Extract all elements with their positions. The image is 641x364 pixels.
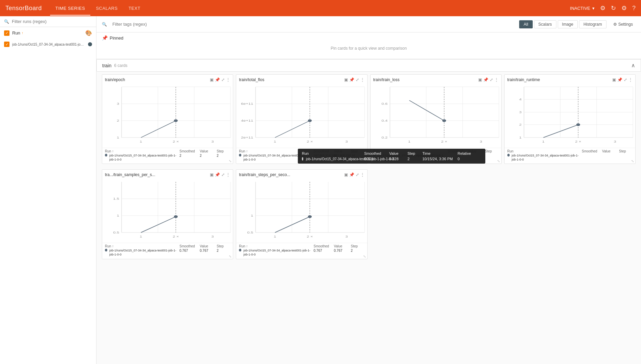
expand-icon[interactable]: ⤢ [221,172,225,177]
card-train-runtime: train/train_runtime ▣ 📌 ⤢ ⋮ [504,74,636,164]
palette-icon[interactable]: 🎨 [85,30,92,36]
filter-tags-input[interactable] [111,20,515,28]
filter-tab-histogram[interactable]: Histogram [579,20,606,28]
run-checkbox-run[interactable]: ✓ [4,30,9,36]
tooltip-row: job-1/runs/Oct15_07-34-34_alpaca-test001… [302,157,481,161]
chart-area-epoch: 1 2 3 1 2 × 3 [102,83,233,148]
card-header-runtime: train/train_runtime ▣ 📌 ⤢ ⋮ [505,75,635,83]
svg-text:1: 1 [251,214,253,217]
bottom-cards-grid: tra.../train_samples_per_s... ▣ 📌 ⤢ ⋮ [96,169,641,264]
settings-button[interactable]: ⚙ Settings [611,21,636,28]
search-icon: 🔍 [4,19,9,24]
expand-icon[interactable]: ⤢ [356,172,359,177]
resize-handle-runtime[interactable]: ⤡ [631,159,634,163]
chart-area-loss: 0.2 0.4 0.6 1 2 × 3 [371,83,501,148]
pin-card-icon[interactable]: 📌 [483,77,488,82]
card-icons-loss: ▣ 📌 ⤢ ⋮ [478,77,499,82]
image-icon[interactable]: ▣ [344,77,348,82]
card-icons-runtime: ▣ 📌 ⤢ ⋮ [612,77,633,82]
filter-tabs: All Scalars Image Histogram [519,20,606,28]
pin-card-icon[interactable]: 📌 [215,77,220,82]
expand-icon[interactable]: ⤢ [490,77,493,82]
expand-icon[interactable]: ⤢ [624,77,627,82]
svg-text:1: 1 [408,140,410,143]
svg-text:3: 3 [212,140,214,143]
filter-bar: 🔍 All Scalars Image Histogram ⚙ Settings [96,16,641,32]
card-header-flos: train/total_flos ▣ 📌 ⤢ ⋮ [236,75,367,83]
sidebar-search-input[interactable] [12,19,92,24]
svg-text:1: 1 [117,136,119,139]
card-icons-flos: ▣ 📌 ⤢ ⋮ [344,77,364,82]
expand-icon[interactable]: ⤢ [221,77,225,82]
card-icons-epoch: ▣ 📌 ⤢ ⋮ [210,77,230,82]
svg-text:2 ×: 2 × [173,140,179,143]
pin-card-icon[interactable]: 📌 [349,77,354,82]
svg-text:2 ×: 2 × [575,140,581,143]
more-icon[interactable]: ⋮ [360,77,364,82]
expand-icon[interactable]: ⤢ [356,77,359,82]
pin-icon: 📌 [102,35,108,41]
more-icon[interactable]: ⋮ [360,172,364,177]
svg-text:3: 3 [212,235,214,238]
card-header-epoch: train/epoch ▣ 📌 ⤢ ⋮ [102,75,233,83]
brand-logo: TensorBoard [5,5,42,12]
nav-tabs: TIME SERIES SCALARS TEXT [50,1,146,16]
more-icon[interactable]: ⋮ [494,77,499,82]
card-legend-epoch: Run ↑SmoothedValueStep job-1/runs/Oct15_… [102,148,233,164]
filter-tab-scalars[interactable]: Scalars [534,20,556,28]
image-icon[interactable]: ▣ [210,172,214,177]
top-nav: TensorBoard TIME SERIES SCALARS TEXT INA… [0,0,641,16]
card-title-steps: train/train_steps_per_seco... [239,172,342,177]
resize-handle-epoch[interactable]: ⤡ [229,159,231,163]
main-content: 🔍 All Scalars Image Histogram ⚙ Settings… [96,16,641,364]
run-label-run: Run ↑ [12,30,83,35]
resize-handle-steps[interactable]: ⤡ [363,254,366,258]
run-checkbox-job[interactable]: ✓ [4,42,9,47]
settings-gear-icon[interactable]: ⚙ [621,4,627,12]
collapse-icon[interactable]: ∧ [631,62,635,69]
image-icon[interactable]: ▣ [478,77,482,82]
pin-card-icon[interactable]: 📌 [215,172,220,177]
resize-handle-loss[interactable]: ⤡ [497,159,500,163]
nav-tab-text[interactable]: TEXT [123,1,146,16]
svg-point-65 [576,123,580,126]
svg-point-94 [308,215,312,218]
resize-handle-samples[interactable]: ⤡ [229,254,231,258]
pin-card-icon[interactable]: 📌 [349,172,354,177]
nav-tab-timeseries[interactable]: TIME SERIES [50,1,91,16]
card-icons-samples: ▣ 📌 ⤢ ⋮ [210,172,230,177]
card-legend-samples: Run ↑SmoothedValueStep job-1/runs/Oct15_… [102,243,233,259]
svg-text:4: 4 [519,98,522,101]
svg-text:0.6: 0.6 [381,102,388,105]
pin-card-icon[interactable]: 📌 [617,77,622,82]
settings-cog-icon[interactable]: ⚙ [600,4,605,12]
run-sort-icon: ↑ [22,31,23,35]
svg-text:2e+11: 2e+11 [241,136,253,139]
filter-tab-image[interactable]: Image [558,20,578,28]
refresh-icon[interactable]: ↻ [611,4,616,12]
train-section-header: train 6 cards ∧ [96,59,641,72]
svg-text:0.5: 0.5 [113,231,119,234]
svg-text:1: 1 [117,214,119,217]
inactive-status[interactable]: INACTIVE ▾ [570,6,595,11]
settings-icon: ⚙ [613,22,617,27]
svg-text:2 ×: 2 × [441,140,447,143]
svg-point-31 [308,119,312,122]
run-name-job: job-1/runs/Oct15_07-34-34_alpaca-test001… [12,43,85,46]
pinned-section: 📌 Pinned Pin cards for a quick view and … [96,32,641,59]
image-icon[interactable]: ▣ [210,77,214,82]
card-title-samples: tra.../train_samples_per_s... [105,172,208,177]
more-icon[interactable]: ⋮ [628,77,633,82]
more-icon[interactable]: ⋮ [226,172,230,177]
chart-tooltip: Run Smoothed Value Step Time Relative jo… [298,149,485,164]
image-icon[interactable]: ▣ [612,77,616,82]
svg-text:0.4: 0.4 [381,119,388,122]
more-icon[interactable]: ⋮ [226,77,230,82]
filter-tab-all[interactable]: All [519,20,532,28]
nav-tab-scalars[interactable]: SCALARS [90,1,123,16]
card-train-samples: tra.../train_samples_per_s... ▣ 📌 ⤢ ⋮ [102,169,233,259]
image-icon[interactable]: ▣ [344,172,348,177]
svg-text:3: 3 [117,102,119,105]
help-icon[interactable]: ? [632,5,636,12]
svg-point-15 [174,119,178,122]
